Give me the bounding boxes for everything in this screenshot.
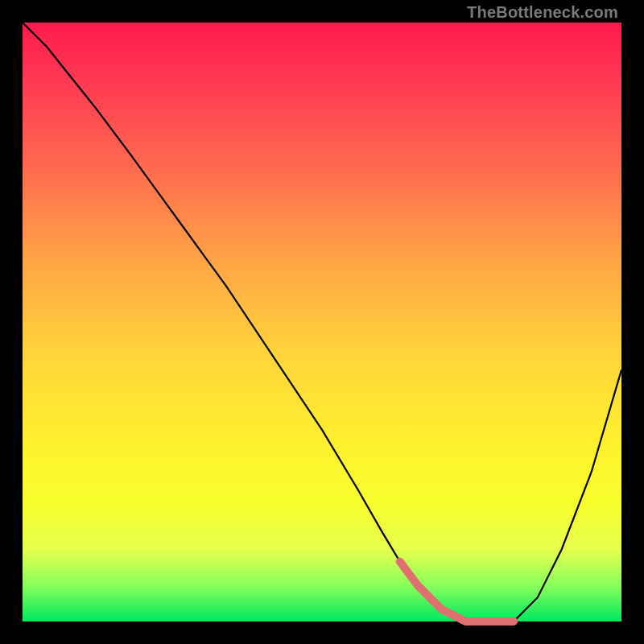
chart-svg — [23, 23, 621, 621]
bottleneck-curve-line — [23, 23, 621, 621]
highlight-segment — [400, 562, 514, 621]
watermark-text: TheBottleneck.com — [467, 3, 618, 22]
chart-container: TheBottleneck.com — [0, 0, 644, 644]
